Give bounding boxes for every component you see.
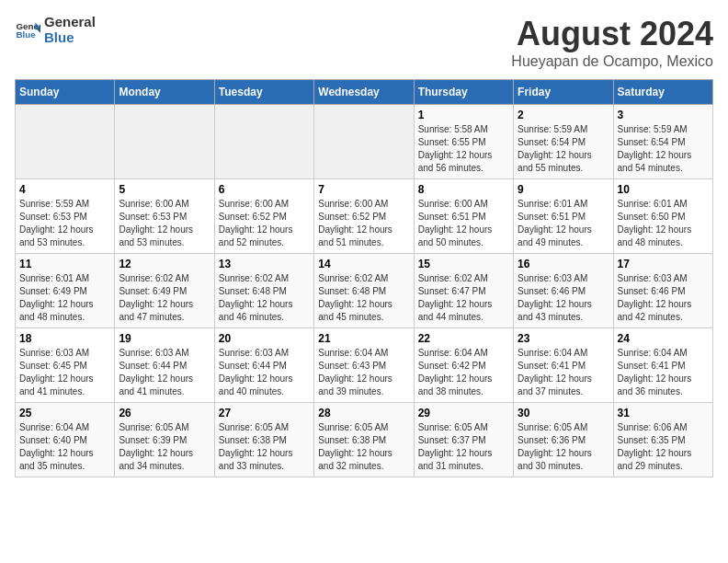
calendar-cell: 8Sunrise: 6:00 AM Sunset: 6:51 PM Daylig… [414,179,513,254]
day-number: 24 [618,332,709,345]
day-number: 31 [618,407,709,419]
day-info: Sunrise: 5:58 AM Sunset: 6:55 PM Dayligh… [418,123,509,175]
logo-general-text: General [44,15,96,30]
calendar-cell: 21Sunrise: 6:04 AM Sunset: 6:43 PM Dayli… [314,328,414,403]
day-info: Sunrise: 6:05 AM Sunset: 6:39 PM Dayligh… [119,421,210,473]
calendar-cell: 7Sunrise: 6:00 AM Sunset: 6:52 PM Daylig… [314,179,414,254]
day-info: Sunrise: 6:03 AM Sunset: 6:46 PM Dayligh… [518,272,609,324]
day-number: 15 [418,258,509,270]
day-info: Sunrise: 6:05 AM Sunset: 6:37 PM Dayligh… [418,421,509,473]
day-number: 21 [318,332,409,345]
calendar-cell: 31Sunrise: 6:06 AM Sunset: 6:35 PM Dayli… [613,403,712,477]
calendar-cell [16,105,115,179]
day-info: Sunrise: 6:02 AM Sunset: 6:49 PM Dayligh… [119,272,210,324]
day-info: Sunrise: 5:59 AM Sunset: 6:54 PM Dayligh… [618,123,709,175]
day-info: Sunrise: 6:00 AM Sunset: 6:52 PM Dayligh… [219,198,310,249]
calendar-cell: 14Sunrise: 6:02 AM Sunset: 6:48 PM Dayli… [314,254,414,328]
calendar-cell: 23Sunrise: 6:04 AM Sunset: 6:41 PM Dayli… [514,328,613,403]
day-info: Sunrise: 6:03 AM Sunset: 6:44 PM Dayligh… [119,347,210,398]
day-info: Sunrise: 6:04 AM Sunset: 6:42 PM Dayligh… [418,347,509,398]
calendar-cell: 25Sunrise: 6:04 AM Sunset: 6:40 PM Dayli… [16,403,115,477]
day-number: 13 [219,258,310,270]
page-title: August 2024 [511,15,713,53]
day-info: Sunrise: 5:59 AM Sunset: 6:53 PM Dayligh… [19,198,110,249]
calendar-cell: 24Sunrise: 6:04 AM Sunset: 6:41 PM Dayli… [613,328,712,403]
day-number: 22 [418,332,509,345]
day-info: Sunrise: 6:01 AM Sunset: 6:50 PM Dayligh… [618,198,709,249]
calendar-cell: 19Sunrise: 6:03 AM Sunset: 6:44 PM Dayli… [115,328,214,403]
day-number: 29 [418,407,509,419]
calendar-day-header: Saturday [613,80,712,105]
logo-blue-text: Blue [44,30,96,46]
calendar-cell: 6Sunrise: 6:00 AM Sunset: 6:52 PM Daylig… [214,179,313,254]
day-info: Sunrise: 6:06 AM Sunset: 6:35 PM Dayligh… [618,421,709,473]
logo: General Blue General Blue [15,15,96,45]
day-info: Sunrise: 5:59 AM Sunset: 6:54 PM Dayligh… [518,123,609,175]
page-subtitle: Hueyapan de Ocampo, Mexico [511,53,713,70]
day-info: Sunrise: 6:05 AM Sunset: 6:36 PM Dayligh… [518,421,609,473]
day-number: 27 [219,407,310,419]
day-info: Sunrise: 6:04 AM Sunset: 6:41 PM Dayligh… [518,347,609,398]
calendar-header-row: SundayMondayTuesdayWednesdayThursdayFrid… [16,80,713,105]
day-info: Sunrise: 6:00 AM Sunset: 6:52 PM Dayligh… [318,198,409,249]
calendar-week-row: 25Sunrise: 6:04 AM Sunset: 6:40 PM Dayli… [16,403,713,477]
day-info: Sunrise: 6:04 AM Sunset: 6:43 PM Dayligh… [318,347,409,398]
calendar-cell: 2Sunrise: 5:59 AM Sunset: 6:54 PM Daylig… [514,105,613,179]
page-header: General Blue General Blue August 2024 Hu… [15,15,713,70]
day-number: 28 [318,407,409,419]
day-number: 6 [219,183,310,196]
day-info: Sunrise: 6:01 AM Sunset: 6:51 PM Dayligh… [518,198,609,249]
day-number: 8 [418,183,509,196]
calendar-cell: 11Sunrise: 6:01 AM Sunset: 6:49 PM Dayli… [16,254,115,328]
logo-icon: General Blue [15,17,40,43]
calendar-cell [214,105,313,179]
calendar-week-row: 4Sunrise: 5:59 AM Sunset: 6:53 PM Daylig… [16,179,713,254]
calendar-cell: 4Sunrise: 5:59 AM Sunset: 6:53 PM Daylig… [16,179,115,254]
calendar-day-header: Tuesday [214,80,313,105]
day-info: Sunrise: 6:04 AM Sunset: 6:41 PM Dayligh… [618,347,709,398]
day-info: Sunrise: 6:02 AM Sunset: 6:48 PM Dayligh… [318,272,409,324]
calendar-day-header: Friday [514,80,613,105]
day-number: 12 [119,258,210,270]
calendar-table: SundayMondayTuesdayWednesdayThursdayFrid… [15,79,713,477]
calendar-cell: 1Sunrise: 5:58 AM Sunset: 6:55 PM Daylig… [414,105,513,179]
day-info: Sunrise: 6:01 AM Sunset: 6:49 PM Dayligh… [19,272,110,324]
calendar-day-header: Wednesday [314,80,414,105]
calendar-cell: 13Sunrise: 6:02 AM Sunset: 6:48 PM Dayli… [214,254,313,328]
day-number: 2 [518,109,609,121]
calendar-cell: 12Sunrise: 6:02 AM Sunset: 6:49 PM Dayli… [115,254,214,328]
calendar-day-header: Monday [115,80,214,105]
calendar-cell: 28Sunrise: 6:05 AM Sunset: 6:38 PM Dayli… [314,403,414,477]
day-info: Sunrise: 6:05 AM Sunset: 6:38 PM Dayligh… [219,421,310,473]
day-number: 30 [518,407,609,419]
calendar-cell: 26Sunrise: 6:05 AM Sunset: 6:39 PM Dayli… [115,403,214,477]
calendar-cell: 27Sunrise: 6:05 AM Sunset: 6:38 PM Dayli… [214,403,313,477]
day-number: 20 [219,332,310,345]
calendar-cell: 22Sunrise: 6:04 AM Sunset: 6:42 PM Dayli… [414,328,513,403]
day-number: 5 [119,183,210,196]
calendar-week-row: 18Sunrise: 6:03 AM Sunset: 6:45 PM Dayli… [16,328,713,403]
day-number: 14 [318,258,409,270]
calendar-day-header: Sunday [16,80,115,105]
calendar-cell: 20Sunrise: 6:03 AM Sunset: 6:44 PM Dayli… [214,328,313,403]
title-area: August 2024 Hueyapan de Ocampo, Mexico [511,15,713,70]
day-info: Sunrise: 6:04 AM Sunset: 6:40 PM Dayligh… [19,421,110,473]
calendar-cell [314,105,414,179]
day-number: 10 [618,183,709,196]
day-number: 1 [418,109,509,121]
day-info: Sunrise: 6:02 AM Sunset: 6:47 PM Dayligh… [418,272,509,324]
day-number: 3 [618,109,709,121]
day-info: Sunrise: 6:03 AM Sunset: 6:44 PM Dayligh… [219,347,310,398]
day-number: 23 [518,332,609,345]
day-number: 16 [518,258,609,270]
svg-text:Blue: Blue [16,29,36,40]
calendar-cell: 17Sunrise: 6:03 AM Sunset: 6:46 PM Dayli… [613,254,712,328]
calendar-cell: 29Sunrise: 6:05 AM Sunset: 6:37 PM Dayli… [414,403,513,477]
calendar-week-row: 11Sunrise: 6:01 AM Sunset: 6:49 PM Dayli… [16,254,713,328]
calendar-week-row: 1Sunrise: 5:58 AM Sunset: 6:55 PM Daylig… [16,105,713,179]
calendar-cell: 5Sunrise: 6:00 AM Sunset: 6:53 PM Daylig… [115,179,214,254]
day-number: 7 [318,183,409,196]
calendar-day-header: Thursday [414,80,513,105]
day-number: 18 [19,332,110,345]
day-number: 4 [19,183,110,196]
